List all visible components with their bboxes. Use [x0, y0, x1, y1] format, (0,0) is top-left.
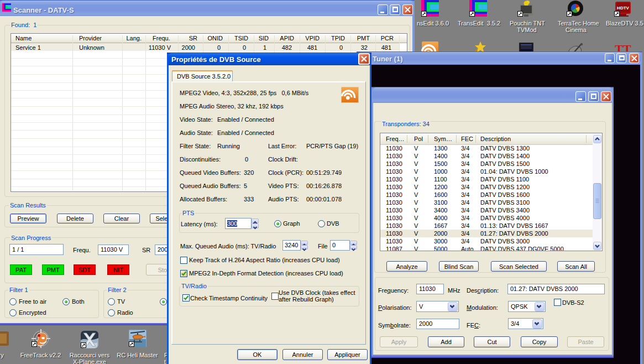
svg-text:HDTV: HDTV [617, 6, 629, 11]
